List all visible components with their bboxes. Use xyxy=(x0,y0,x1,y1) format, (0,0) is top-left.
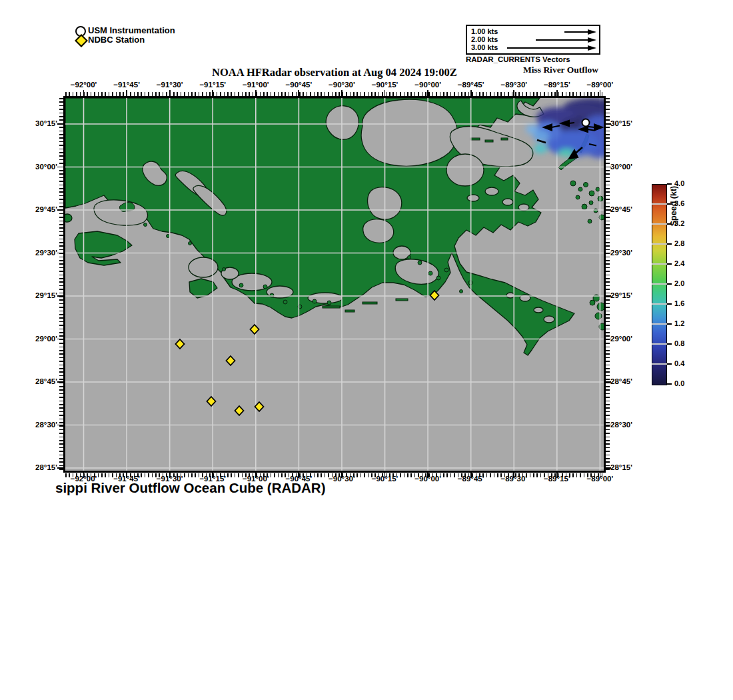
ndbc-legend-label: NDBC Station xyxy=(88,35,145,45)
right-axis-label: 29°30' xyxy=(610,249,632,257)
colorbar-grid-line xyxy=(652,323,668,325)
left-axis-minor-ticks xyxy=(59,98,63,471)
right-major-tick xyxy=(606,123,611,125)
bottom-major-tick xyxy=(341,473,343,478)
colorbar-tick-label: 2.0 xyxy=(674,279,684,287)
top-major-tick xyxy=(212,90,213,96)
top-axis-minor-ticks xyxy=(65,92,604,96)
vector-scale-label: 1.00 kts xyxy=(471,27,498,35)
top-axis-label: −92°00' xyxy=(71,81,97,89)
colorbar-tick-label: 2.4 xyxy=(674,259,684,267)
bottom-major-tick xyxy=(298,473,299,478)
colorbar-tick xyxy=(667,263,672,265)
top-major-tick xyxy=(556,90,558,96)
left-major-tick xyxy=(57,209,63,211)
usm-legend-label: USM Instrumentation xyxy=(88,25,175,35)
right-major-tick xyxy=(606,467,611,469)
bottom-major-tick xyxy=(255,473,257,478)
top-axis-label: −90°45' xyxy=(286,81,313,89)
vector-scale-line xyxy=(564,31,588,33)
colorbar-tick xyxy=(667,223,672,225)
colorbar-grid-line xyxy=(652,303,668,305)
vector-scale-label: 2.00 kts xyxy=(471,35,498,43)
bottom-major-tick xyxy=(427,473,428,478)
colorbar-tick-label: 4.0 xyxy=(674,179,684,187)
top-major-tick xyxy=(341,90,343,96)
left-axis-label: 29°30' xyxy=(20,249,57,257)
left-major-tick xyxy=(57,167,63,168)
left-major-tick xyxy=(57,253,63,254)
top-axis-label: −89°30' xyxy=(500,81,527,89)
vector-scale-arrowhead xyxy=(588,37,596,43)
colorbar-grid-line xyxy=(652,223,668,225)
right-major-tick xyxy=(606,167,611,168)
right-major-tick xyxy=(606,339,611,340)
top-major-tick xyxy=(513,90,514,96)
colorbar-tick-label: 0.8 xyxy=(674,339,684,347)
top-axis-label: −89°00' xyxy=(587,81,614,89)
vector-legend-caption: RADAR_CURRENTS Vectors xyxy=(466,55,570,63)
page-title: NOAA HFRadar observation at Aug 04 2024 … xyxy=(65,66,604,79)
colorbar-tick-label: 0.0 xyxy=(674,379,684,387)
colorbar-tick-label: 1.2 xyxy=(674,319,684,327)
top-axis-label: −90°00' xyxy=(414,81,441,89)
right-major-tick xyxy=(606,295,611,297)
map-canvas[interactable] xyxy=(65,98,604,471)
vector-scale-line xyxy=(507,47,588,49)
top-axis-label: −91°45' xyxy=(113,81,140,89)
top-major-tick xyxy=(169,90,171,96)
right-axis-label: 28°45' xyxy=(610,377,632,385)
colorbar-grid-line xyxy=(652,243,668,245)
colorbar-grid-line xyxy=(652,343,668,345)
top-major-tick xyxy=(470,90,472,96)
colorbar-grid-line xyxy=(652,363,668,365)
colorbar-tick xyxy=(667,363,672,365)
usm-instrumentation-marker[interactable] xyxy=(582,119,590,127)
left-axis-label: 28°45' xyxy=(20,377,57,385)
top-major-tick xyxy=(126,90,127,96)
left-axis-label: 28°15' xyxy=(20,463,57,471)
colorbar-tick-label: 3.6 xyxy=(674,199,684,207)
colorbar-grid-line xyxy=(652,203,668,205)
left-major-tick xyxy=(57,381,63,383)
top-major-tick xyxy=(83,90,85,96)
bottom-major-tick xyxy=(600,473,601,478)
right-major-tick xyxy=(606,209,611,211)
left-axis-label: 30°15' xyxy=(20,119,57,127)
bottom-major-tick xyxy=(83,473,85,478)
bottom-major-tick xyxy=(513,473,514,478)
bottom-major-tick xyxy=(169,473,171,478)
top-axis-label: −91°00' xyxy=(243,81,269,89)
right-major-tick xyxy=(606,381,611,383)
left-major-tick xyxy=(57,295,63,297)
colorbar-tick xyxy=(667,283,672,285)
left-major-tick xyxy=(57,425,63,426)
right-major-tick xyxy=(606,253,611,254)
left-major-tick xyxy=(57,123,63,125)
colorbar-tick xyxy=(667,183,672,185)
top-major-tick xyxy=(600,90,601,96)
right-axis-label: 29°45' xyxy=(610,205,632,213)
right-axis-label: 30°15' xyxy=(610,119,632,127)
colorbar-tick xyxy=(667,323,672,325)
top-axis-label: −89°15' xyxy=(544,81,570,89)
bottom-major-tick xyxy=(556,473,558,478)
top-axis-label: −91°30' xyxy=(157,81,183,89)
top-major-tick xyxy=(255,90,257,96)
colorbar-grid-line xyxy=(652,283,668,285)
colorbar-tick-label: 3.2 xyxy=(674,219,684,227)
right-axis-minor-ticks xyxy=(606,98,610,471)
top-major-tick xyxy=(384,90,386,96)
left-axis-label: 29°00' xyxy=(20,335,57,343)
page: { "title": "NOAA HFRadar observation at … xyxy=(0,0,733,700)
left-axis-label: 29°15' xyxy=(20,291,57,299)
top-axis-label: −90°30' xyxy=(329,81,355,89)
vector-scale-box: 1.00 kts2.00 kts3.00 kts xyxy=(466,25,600,55)
right-axis-label: 28°30' xyxy=(610,421,632,429)
colorbar-tick-label: 1.6 xyxy=(674,299,684,307)
top-major-tick xyxy=(298,90,299,96)
map-svg xyxy=(65,98,604,471)
left-axis-label: 29°45' xyxy=(20,205,57,213)
top-major-tick xyxy=(427,90,428,96)
right-major-tick xyxy=(606,425,611,426)
